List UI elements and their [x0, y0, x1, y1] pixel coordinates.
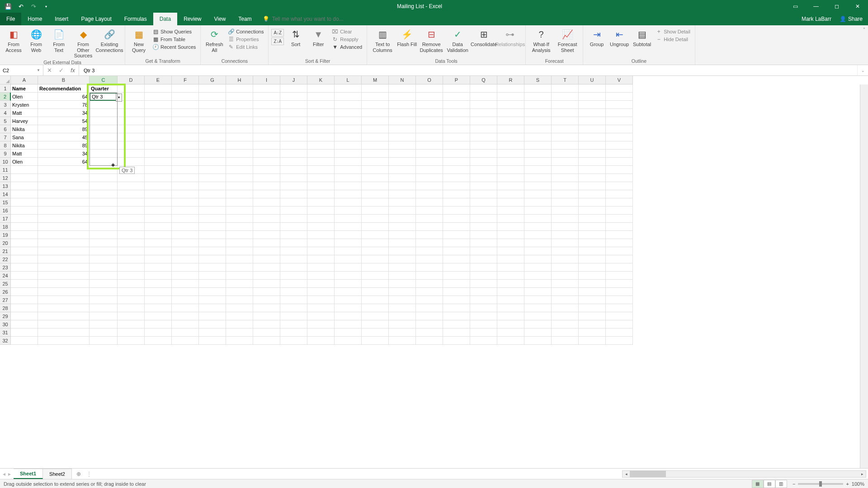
cell-F24[interactable]	[172, 272, 199, 280]
col-header-E[interactable]: E	[145, 76, 172, 84]
cell-S10[interactable]	[524, 158, 552, 166]
cell-B21[interactable]	[38, 247, 90, 255]
cell-E16[interactable]	[145, 206, 172, 215]
cell-M20[interactable]	[362, 239, 389, 247]
cell-I9[interactable]	[253, 150, 280, 158]
cell-D19[interactable]	[118, 231, 145, 239]
cell-C1[interactable]: Quarter	[90, 84, 118, 93]
cell-V4[interactable]	[606, 109, 633, 117]
cell-Q11[interactable]	[470, 166, 497, 174]
row-headers[interactable]: 1234567891011121314151617181920212223242…	[0, 84, 11, 468]
cell-S12[interactable]	[524, 174, 552, 182]
cell-R4[interactable]	[497, 109, 524, 117]
cell-Q27[interactable]	[470, 296, 497, 304]
cell-S25[interactable]	[524, 280, 552, 288]
cell-E7[interactable]	[145, 133, 172, 141]
cell-H19[interactable]	[226, 231, 253, 239]
show-queries-button[interactable]: ▤Show Queries	[151, 28, 198, 35]
cell-H9[interactable]	[226, 150, 253, 158]
cell-F16[interactable]	[172, 206, 199, 215]
cell-N2[interactable]	[389, 93, 416, 101]
qat-customize-icon[interactable]: ▾	[42, 2, 51, 11]
cell-Q30[interactable]	[470, 320, 497, 328]
cell-I23[interactable]	[253, 263, 280, 272]
cell-R18[interactable]	[497, 223, 524, 231]
cell-V6[interactable]	[606, 125, 633, 133]
col-header-L[interactable]: L	[335, 76, 362, 84]
cell-G29[interactable]	[199, 312, 226, 320]
cell-H12[interactable]	[226, 174, 253, 182]
cell-V19[interactable]	[606, 231, 633, 239]
cell-B4[interactable]: 34	[38, 109, 90, 117]
cell-R12[interactable]	[497, 174, 524, 182]
cell-F21[interactable]	[172, 247, 199, 255]
cell-F28[interactable]	[172, 304, 199, 312]
user-name[interactable]: Mark LaBarr	[802, 16, 831, 22]
select-all-corner[interactable]	[0, 76, 11, 84]
cell-G7[interactable]	[199, 133, 226, 141]
cell-S31[interactable]	[524, 328, 552, 337]
cell-V32[interactable]	[606, 337, 633, 345]
sort-az-button[interactable]: A↓Z	[271, 29, 284, 37]
cell-G30[interactable]	[199, 320, 226, 328]
cell-S9[interactable]	[524, 150, 552, 158]
cell-D8[interactable]	[118, 141, 145, 150]
col-header-V[interactable]: V	[606, 76, 633, 84]
cell-C22[interactable]	[90, 255, 118, 263]
cell-G25[interactable]	[199, 280, 226, 288]
cell-B3[interactable]: 78	[38, 101, 90, 109]
cell-L32[interactable]	[335, 337, 362, 345]
cell-E28[interactable]	[145, 304, 172, 312]
cell-J11[interactable]	[280, 166, 307, 174]
cell-V23[interactable]	[606, 263, 633, 272]
cell-N3[interactable]	[389, 101, 416, 109]
cell-H26[interactable]	[226, 288, 253, 296]
cell-Q32[interactable]	[470, 337, 497, 345]
cell-K21[interactable]	[307, 247, 335, 255]
cell-P15[interactable]	[443, 198, 470, 206]
cell-D30[interactable]	[118, 320, 145, 328]
col-header-S[interactable]: S	[524, 76, 552, 84]
cell-L10[interactable]	[335, 158, 362, 166]
cell-B11[interactable]	[38, 166, 90, 174]
cell-E8[interactable]	[145, 141, 172, 150]
cell-R26[interactable]	[497, 288, 524, 296]
cell-B5[interactable]: 54	[38, 117, 90, 125]
from-table-button[interactable]: ▦From Table	[151, 36, 198, 43]
cell-R20[interactable]	[497, 239, 524, 247]
cell-E12[interactable]	[145, 174, 172, 182]
cell-K1[interactable]	[307, 84, 335, 93]
cell-M31[interactable]	[362, 328, 389, 337]
cell-D16[interactable]	[118, 206, 145, 215]
cell-T27[interactable]	[552, 296, 579, 304]
cell-K31[interactable]	[307, 328, 335, 337]
cell-J29[interactable]	[280, 312, 307, 320]
cell-I30[interactable]	[253, 320, 280, 328]
cell-Q4[interactable]	[470, 109, 497, 117]
cell-M13[interactable]	[362, 182, 389, 190]
cell-J30[interactable]	[280, 320, 307, 328]
cell-S4[interactable]	[524, 109, 552, 117]
row-header-6[interactable]: 6	[0, 125, 11, 133]
cell-V15[interactable]	[606, 198, 633, 206]
tab-formulas[interactable]: Formulas	[118, 13, 153, 25]
cell-J2[interactable]	[280, 93, 307, 101]
cell-D31[interactable]	[118, 328, 145, 337]
cell-L18[interactable]	[335, 223, 362, 231]
cell-T10[interactable]	[552, 158, 579, 166]
from-text-button[interactable]: 📄From Text	[48, 27, 70, 54]
cell-G21[interactable]	[199, 247, 226, 255]
row-header-19[interactable]: 19	[0, 231, 11, 239]
cell-M23[interactable]	[362, 263, 389, 272]
cell-G4[interactable]	[199, 109, 226, 117]
row-header-10[interactable]: 10	[0, 158, 11, 166]
cell-O17[interactable]	[416, 215, 443, 223]
cell-I5[interactable]	[253, 117, 280, 125]
cell-C19[interactable]	[90, 231, 118, 239]
cell-A15[interactable]	[11, 198, 38, 206]
cell-V22[interactable]	[606, 255, 633, 263]
cell-T6[interactable]	[552, 125, 579, 133]
cell-M5[interactable]	[362, 117, 389, 125]
cell-L26[interactable]	[335, 288, 362, 296]
row-header-13[interactable]: 13	[0, 182, 11, 190]
